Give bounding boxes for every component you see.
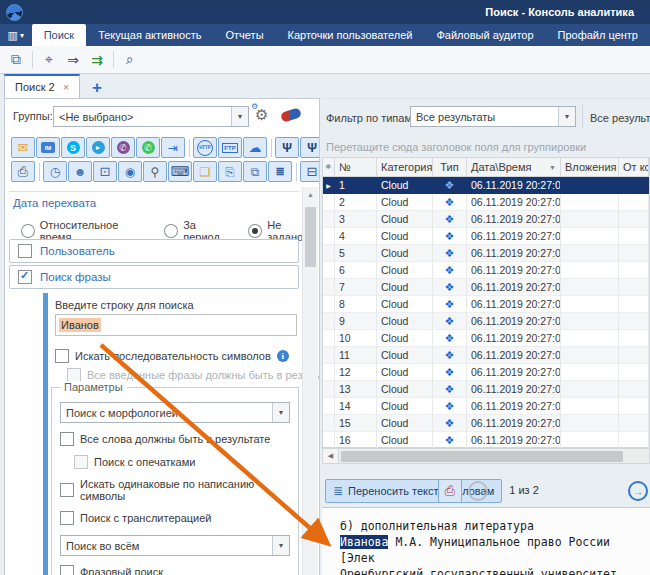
close-tab-icon[interactable]: × bbox=[63, 81, 69, 93]
telegram-icon[interactable]: ▸ bbox=[86, 137, 110, 158]
table-row[interactable]: ▶ 14 Cloud ❖ 06.11.2019 20:27:00 bbox=[323, 398, 649, 415]
application-menu-button[interactable]: ▥ ▾ bbox=[0, 24, 32, 46]
ocr-icon[interactable]: ⊟ bbox=[300, 161, 320, 182]
keylogger-icon[interactable]: ⌨ bbox=[168, 161, 192, 182]
table-row[interactable]: ▶ 15 Cloud ❖ 06.11.2019 20:27:00 bbox=[323, 415, 649, 432]
viber-icon[interactable]: ✆ bbox=[111, 137, 135, 158]
prev-page-button[interactable]: ← bbox=[468, 481, 488, 501]
groups-combobox[interactable]: <Не выбрано> ▾ bbox=[53, 106, 249, 127]
secondary-filter-value[interactable]: Все результаты bbox=[590, 112, 650, 124]
scroll-left-icon[interactable]: ◀ bbox=[323, 449, 339, 463]
table-row[interactable]: ▶ 5 Cloud ❖ 06.11.2019 20:27:00 bbox=[323, 245, 649, 262]
cloud-icon[interactable]: ☁ bbox=[243, 137, 267, 158]
chevron-down-icon[interactable]: ▾ bbox=[272, 536, 289, 555]
table-row[interactable]: ▶ 16 Cloud ❖ 06.11.2019 20:27:00 bbox=[323, 432, 649, 449]
ribbon-tab[interactable]: Поиск bbox=[32, 24, 86, 46]
add-tab-button[interactable]: + bbox=[92, 78, 102, 98]
table-row[interactable]: ▶ 4 Cloud ❖ 06.11.2019 20:27:00 bbox=[323, 228, 649, 245]
cb-all-phrases[interactable]: Все введенные фразы должны быть в резуль… bbox=[67, 368, 320, 382]
import-query-icon[interactable]: ⇒ bbox=[62, 49, 84, 71]
checkbox[interactable] bbox=[60, 432, 74, 446]
ribbon-tab[interactable]: Отчеты bbox=[214, 24, 276, 46]
geo-search-icon[interactable]: ⌖ bbox=[38, 49, 60, 71]
column-type[interactable]: Тип bbox=[433, 158, 467, 176]
microphone-icon[interactable]: ⚲ bbox=[143, 161, 167, 182]
gear-icon[interactable]: ⚙ bbox=[255, 106, 268, 124]
monitor-icon[interactable]: ⊡ bbox=[93, 161, 117, 182]
chevron-down-icon[interactable]: ▾ bbox=[558, 107, 575, 126]
search-in-results-icon[interactable]: ⌕ bbox=[119, 49, 141, 71]
search-phrase-input[interactable]: Иванов bbox=[55, 314, 297, 336]
table-row[interactable]: ▶ 6 Cloud ❖ 06.11.2019 20:27:00 bbox=[323, 262, 649, 279]
settings-scrollbar[interactable]: ▲ bbox=[302, 187, 318, 575]
table-row[interactable]: ▶ 10 Cloud ❖ 06.11.2019 20:27:00 bbox=[323, 330, 649, 347]
file-transfer-icon[interactable]: ❏ bbox=[193, 161, 217, 182]
section-phrase-search[interactable]: Поиск фразы bbox=[9, 265, 299, 289]
checkbox[interactable] bbox=[60, 565, 74, 575]
scroll-up-icon[interactable]: ▲ bbox=[303, 187, 318, 201]
type-filter-combobox[interactable]: Все результаты ▾ bbox=[410, 106, 576, 127]
grid-rows: ▶ 1 Cloud ❖ 06.11.2019 20:27:00 ▶ 2 Clou… bbox=[323, 177, 649, 449]
http-icon[interactable]: HTTP bbox=[193, 137, 217, 158]
export-query-icon[interactable]: ⇉ bbox=[86, 49, 108, 71]
scrollbar-thumb[interactable] bbox=[341, 451, 623, 462]
search-scope-combobox[interactable]: Поиск во всём ▾ bbox=[60, 535, 290, 556]
table-row[interactable]: ▶ 3 Cloud ❖ 06.11.2019 20:27:00 bbox=[323, 211, 649, 228]
column-datetime[interactable]: Дата\Время ▼ bbox=[467, 158, 561, 176]
lync-icon[interactable]: ⇥ bbox=[161, 137, 185, 158]
table-row[interactable]: ▶ 8 Cloud ❖ 06.11.2019 20:27:00 bbox=[323, 296, 649, 313]
checkbox[interactable] bbox=[60, 511, 74, 525]
network-icon[interactable]: ⧉ bbox=[243, 161, 267, 182]
checkbox[interactable] bbox=[55, 349, 69, 363]
column-category[interactable]: Категория bbox=[377, 158, 433, 176]
table-row[interactable]: ▶ 1 Cloud ❖ 06.11.2019 20:27:00 bbox=[323, 177, 649, 194]
cb-char-sequence[interactable]: Искать последовательность символов i bbox=[55, 349, 289, 363]
column-attachments[interactable]: Вложения bbox=[561, 158, 619, 176]
database-icon[interactable]: ≣ bbox=[268, 161, 292, 182]
ribbon-tab[interactable]: Файловый аудитор bbox=[424, 24, 545, 46]
ribbon-tab[interactable]: Профайл центр bbox=[546, 24, 650, 46]
info-icon[interactable]: i bbox=[277, 350, 289, 362]
ribbon-tab[interactable]: Текущая активность bbox=[86, 24, 213, 46]
ribbon-tab[interactable]: Карточки пользователей bbox=[276, 24, 425, 46]
cb-phrase-search[interactable]: Фразовый поиск bbox=[60, 565, 290, 575]
usb-device-icon[interactable]: Ψ bbox=[275, 137, 299, 158]
clipboard-icon[interactable]: ⎘ bbox=[218, 161, 242, 182]
table-row[interactable]: ▶ 2 Cloud ❖ 06.11.2019 20:27:00 bbox=[323, 194, 649, 211]
cb-all-words[interactable]: Все слова должны быть в результате bbox=[60, 432, 290, 446]
morphology-combobox[interactable]: Поиск с морфологией ▾ bbox=[60, 402, 290, 423]
whatsapp-icon[interactable]: ✆ bbox=[136, 137, 160, 158]
text-preview[interactable]: б) дополнительная литература Иванова М.А… bbox=[322, 508, 650, 575]
table-row[interactable]: ▶ 9 Cloud ❖ 06.11.2019 20:27:00 bbox=[323, 313, 649, 330]
section-user[interactable]: Пользователь bbox=[9, 239, 299, 263]
next-page-button[interactable]: → bbox=[628, 481, 648, 501]
skype-icon[interactable]: S bbox=[61, 137, 85, 158]
chevron-down-icon[interactable]: ▾ bbox=[272, 403, 289, 422]
user-activity-icon[interactable]: ☻ bbox=[68, 161, 92, 182]
cb-similar-chars[interactable]: Искать одинаковые по написанию символы bbox=[60, 478, 290, 502]
ftp-icon[interactable]: FTP bbox=[218, 137, 242, 158]
printer-icon[interactable]: ⎙ bbox=[11, 161, 35, 182]
scrollbar-thumb[interactable] bbox=[305, 207, 316, 267]
webcam-icon[interactable]: ◉ bbox=[118, 161, 142, 182]
table-row[interactable]: ▶ 13 Cloud ❖ 06.11.2019 20:27:00 bbox=[323, 381, 649, 398]
usb-search-icon[interactable]: Ψ bbox=[300, 137, 320, 158]
column-num[interactable]: № bbox=[335, 158, 377, 176]
tab-search-2[interactable]: Поиск 2 × bbox=[4, 74, 80, 98]
clock-icon[interactable]: ◷ bbox=[43, 161, 67, 182]
grid-horizontal-scrollbar[interactable]: ◀ bbox=[322, 448, 650, 464]
cb-transliteration[interactable]: Поиск с транслитерацией bbox=[60, 511, 290, 525]
table-row[interactable]: ▶ 11 Cloud ❖ 06.11.2019 20:27:00 bbox=[323, 347, 649, 364]
chevron-down-icon[interactable]: ▾ bbox=[231, 107, 248, 126]
print-button[interactable]: ⎙ bbox=[438, 479, 462, 503]
results-window-icon[interactable]: ⧉ bbox=[5, 49, 27, 71]
mail-icon[interactable]: ✉ bbox=[11, 137, 35, 158]
table-row[interactable]: ▶ 12 Cloud ❖ 06.11.2019 20:27:00 bbox=[323, 364, 649, 381]
user-section-checkbox[interactable] bbox=[18, 244, 32, 258]
table-row[interactable]: ▶ 7 Cloud ❖ 06.11.2019 20:27:00 bbox=[323, 279, 649, 296]
phrase-section-checkbox[interactable] bbox=[18, 270, 32, 284]
eraser-icon[interactable] bbox=[280, 107, 302, 123]
column-from[interactable]: От кого bbox=[619, 158, 649, 176]
im-icon[interactable]: IM bbox=[36, 137, 60, 158]
checkbox[interactable] bbox=[60, 483, 74, 497]
